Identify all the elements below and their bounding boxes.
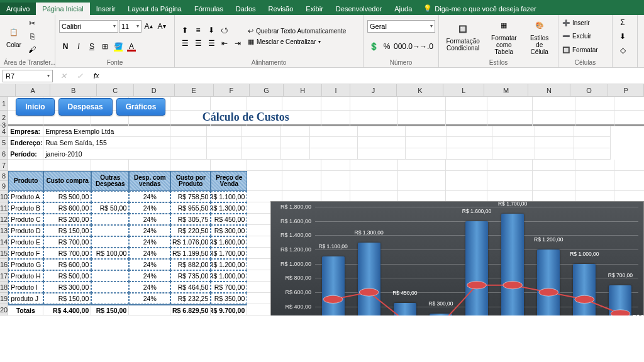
increase-font-button[interactable]: A▴ <box>142 20 155 33</box>
formula-input[interactable] <box>104 70 644 82</box>
column-header[interactable]: K <box>397 84 443 96</box>
cell[interactable]: R$ 700,00 <box>43 236 91 248</box>
cell[interactable] <box>91 214 129 225</box>
cell[interactable] <box>310 126 358 137</box>
row-header[interactable]: 4 <box>0 126 8 137</box>
delete-cells-button[interactable]: ➖Excluir <box>562 33 608 40</box>
cell[interactable] <box>533 171 575 191</box>
cell[interactable]: Empresa: <box>8 126 43 137</box>
cell[interactable]: Outras Despesas <box>91 171 129 191</box>
paste-button[interactable]: 📋 Colar <box>4 24 24 50</box>
increase-decimal-button[interactable]: .0→ <box>407 40 419 53</box>
cell[interactable] <box>446 160 487 171</box>
column-header[interactable]: C <box>97 84 134 96</box>
cell[interactable]: R$ 955,50 <box>170 202 211 214</box>
decrease-indent-button[interactable]: ⇤ <box>218 37 231 50</box>
cell[interactable] <box>358 148 406 160</box>
cell[interactable] <box>358 137 406 148</box>
cell[interactable] <box>170 137 207 148</box>
cell[interactable]: R$ 500,00 <box>43 270 91 282</box>
cell[interactable] <box>281 126 310 137</box>
cell[interactable] <box>447 137 492 148</box>
cell[interactable]: R$ 50,00 <box>91 202 129 214</box>
cell[interactable]: Desp. com vendas <box>129 171 170 191</box>
cell[interactable]: R$ 600,00 <box>43 259 91 270</box>
row-header[interactable]: 1 <box>0 97 8 111</box>
cell[interactable] <box>446 111 487 124</box>
tab-home[interactable]: Página Inicial <box>36 3 89 15</box>
row-header[interactable]: 15 <box>0 248 8 259</box>
cell[interactable] <box>207 137 242 148</box>
cell[interactable]: Produto D <box>8 225 43 236</box>
column-header[interactable]: B <box>50 84 97 96</box>
cell[interactable] <box>446 171 487 191</box>
cell[interactable]: Produto G <box>8 259 43 270</box>
cell[interactable]: 24% <box>129 225 170 236</box>
select-all-corner[interactable] <box>0 84 16 97</box>
column-header[interactable]: J <box>350 84 397 96</box>
cell[interactable] <box>358 126 406 137</box>
cell[interactable]: Produto <box>8 171 43 191</box>
cell[interactable] <box>242 148 281 160</box>
cell[interactable]: R$ 600,00 <box>43 202 91 214</box>
row-header[interactable]: 8 <box>0 171 8 181</box>
cell[interactable] <box>91 225 129 236</box>
cell[interactable] <box>614 111 644 124</box>
row-header[interactable]: 6 <box>0 148 8 160</box>
cell[interactable] <box>91 293 129 304</box>
cell[interactable] <box>406 148 447 160</box>
tab-layout[interactable]: Layout da Página <box>121 3 188 15</box>
cell[interactable]: Rua Sem Saída, 155 <box>43 137 170 148</box>
cell[interactable]: Custo compra <box>43 171 91 191</box>
inicio-button[interactable]: Início <box>16 98 54 116</box>
cell[interactable]: Produto B <box>8 202 43 214</box>
tab-data[interactable]: Dados <box>230 3 262 15</box>
fx-button[interactable]: fx <box>89 69 103 83</box>
decrease-font-button[interactable]: A▾ <box>155 20 168 33</box>
font-size-combo[interactable]: 11▾ <box>119 20 142 33</box>
border-button[interactable]: ⊞ <box>99 40 111 53</box>
cell[interactable]: R$ 1.600,00 <box>211 236 247 248</box>
italic-button[interactable]: I <box>72 40 85 53</box>
cell[interactable]: Endereço: <box>8 137 43 148</box>
row-header[interactable]: 7 <box>0 160 8 171</box>
clear-button[interactable]: ◇ <box>616 44 629 57</box>
cell[interactable] <box>91 236 129 248</box>
cell[interactable] <box>575 111 614 124</box>
percent-button[interactable]: % <box>380 40 393 53</box>
cell[interactable]: R$ 1.300,00 <box>211 202 247 214</box>
row-header[interactable]: 10 <box>0 191 8 202</box>
cell[interactable] <box>211 160 247 171</box>
column-header[interactable]: M <box>484 84 528 96</box>
despesas-button[interactable]: Despesas <box>58 98 113 116</box>
cell-styles-button[interactable]: 🎨 Estilos de Célula <box>525 17 554 57</box>
row-header[interactable]: 5 <box>0 137 8 148</box>
align-left-button[interactable]: ☰ <box>179 37 191 50</box>
cell[interactable] <box>574 137 611 148</box>
row-header[interactable]: 16 <box>0 259 8 270</box>
cell[interactable] <box>535 126 574 137</box>
cell[interactable] <box>487 171 533 191</box>
cell[interactable]: 24% <box>129 236 170 248</box>
cell[interactable]: Preço de Venda <box>211 171 247 191</box>
cell[interactable] <box>91 259 129 270</box>
cell[interactable] <box>535 148 574 160</box>
cell[interactable] <box>350 111 398 124</box>
conditional-formatting-button[interactable]: 🔲 Formatação Condicional <box>443 20 483 53</box>
cell[interactable]: R$ 305,75 <box>170 214 211 225</box>
tell-me-search[interactable]: 💡 Diga-me o que você deseja fazer <box>418 2 541 15</box>
cell[interactable]: produto J <box>8 293 43 304</box>
fill-button[interactable]: ⬇ <box>616 30 629 43</box>
cell[interactable] <box>574 148 611 160</box>
currency-button[interactable]: 💲 <box>367 40 380 53</box>
cell[interactable] <box>398 160 446 171</box>
cell[interactable]: R$ 450,00 <box>211 214 247 225</box>
cell[interactable] <box>170 97 211 111</box>
cell[interactable] <box>398 171 446 191</box>
row-header[interactable]: 9 <box>0 181 8 191</box>
cell[interactable] <box>535 137 574 148</box>
cell[interactable]: Produto C <box>8 214 43 225</box>
cell[interactable]: Cálculo de Custos <box>170 111 321 124</box>
decrease-decimal-button[interactable]: →.0 <box>420 40 433 53</box>
row-header[interactable]: 14 <box>0 236 8 248</box>
